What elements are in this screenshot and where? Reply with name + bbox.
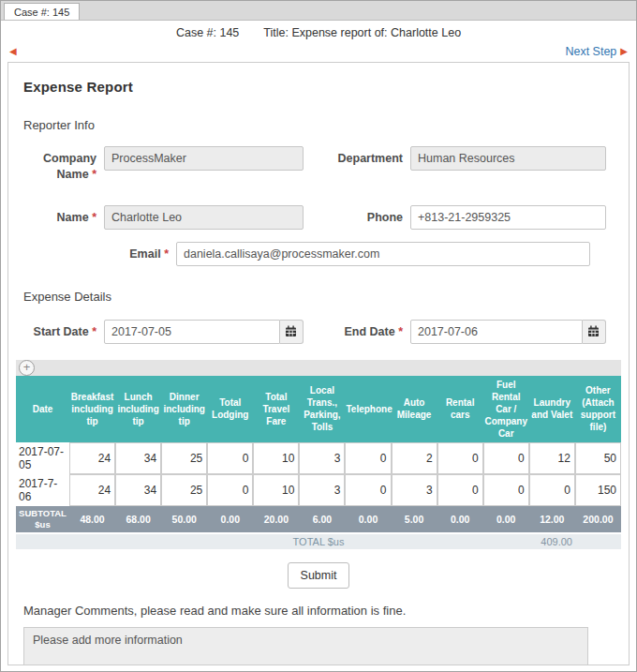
subtotal-value: 50.00	[161, 506, 207, 532]
form-title: Expense Report	[23, 79, 614, 95]
subtotal-value: 0.00	[437, 506, 483, 532]
grid-column-header: Rental cars	[437, 376, 483, 442]
grid-value-cell[interactable]: 24	[69, 474, 115, 506]
start-date-group	[104, 320, 304, 344]
expense-grid: + DateBreakfast including tipLunch inclu…	[16, 360, 621, 549]
total-label: TOTAL $us	[293, 536, 345, 547]
required-marker: *	[92, 211, 96, 224]
grid-value-cell[interactable]: 24	[69, 442, 115, 474]
next-step-link[interactable]: Next Step ▶	[565, 45, 628, 58]
name-field	[104, 205, 304, 230]
subtotal-value: 48.00	[69, 506, 115, 532]
grid-value-cell[interactable]: 12	[529, 442, 575, 474]
grid-column-header: Other (Attach support file)	[575, 376, 621, 442]
next-step-icon: ▶	[620, 47, 628, 56]
grid-value-cell[interactable]: 2	[392, 442, 437, 474]
submit-button[interactable]: Submit	[288, 562, 350, 589]
grid-value-cell[interactable]: 0	[483, 474, 529, 506]
grid-column-header: Fuel Rental Car / Company Car	[483, 376, 529, 442]
email-field[interactable]	[176, 242, 590, 266]
grid-column-header: Telephone	[345, 376, 391, 442]
end-date-calendar-button[interactable]	[583, 320, 606, 344]
required-marker: *	[164, 247, 169, 261]
grid-row: 2017-7-06243425010303000150	[16, 474, 621, 506]
grid-value-cell[interactable]: 3	[299, 442, 345, 474]
subtotal-value: 6.00	[299, 506, 345, 532]
total-value: 409.00	[541, 536, 572, 547]
expense-details-section-label: Expense Details	[23, 290, 614, 304]
grid-header-row: DateBreakfast including tipLunch includi…	[16, 376, 621, 442]
grid-value-cell[interactable]: 50	[575, 442, 621, 474]
company-name-field	[104, 146, 304, 171]
comments-area: Please add more information	[23, 627, 588, 666]
submit-row: Submit	[8, 562, 629, 589]
grid-column-header: Laundry and Valet	[529, 376, 575, 442]
grid-value-cell[interactable]: 34	[115, 474, 161, 506]
grid-column-header: Total Lodging	[207, 376, 253, 442]
form-row: Start Date * End Date *	[23, 320, 614, 344]
grid-value-cell[interactable]: 34	[115, 442, 161, 474]
subtotal-label: SUBTOTAL $us	[16, 506, 69, 532]
grid-value-cell[interactable]: 150	[575, 474, 621, 506]
grid-value-cell[interactable]: 0	[437, 474, 483, 506]
grid-column-header: Breakfast including tip	[69, 376, 115, 442]
grid-column-header: Total Travel Fare	[253, 376, 299, 442]
calendar-icon	[285, 325, 297, 337]
grid-value-cell[interactable]: 0	[437, 442, 483, 474]
subtotal-value: 0.00	[483, 506, 529, 532]
grid-row: 2017-07-05243425010302001250	[16, 442, 621, 474]
previous-step-icon[interactable]: ◀	[9, 47, 17, 56]
tab-strip: Case #: 145	[1, 1, 636, 21]
grid-value-cell[interactable]: 0	[529, 474, 575, 506]
add-row-button[interactable]: +	[19, 360, 35, 376]
subtotal-value: 12.00	[529, 506, 575, 532]
grid-value-cell[interactable]: 10	[253, 474, 299, 506]
grid-value-cell[interactable]: 0	[345, 474, 391, 506]
expense-form-panel: Expense Report Reporter Info Company Nam…	[7, 62, 630, 665]
grid-column-header: Dinner including tip	[161, 376, 207, 442]
phone-field[interactable]	[410, 205, 606, 230]
grid-subtotal-row: SUBTOTAL $us48.0068.0050.000.0020.006.00…	[16, 506, 621, 532]
case-tab[interactable]: Case #: 145	[4, 3, 80, 20]
grid-value-cell[interactable]: 3	[392, 474, 437, 506]
end-date-group	[410, 320, 606, 344]
department-field	[410, 146, 606, 171]
grid-value-cell[interactable]: 0	[345, 442, 391, 474]
end-date-field[interactable]	[410, 320, 583, 344]
start-date-calendar-button[interactable]	[280, 320, 304, 344]
form-row: Email *	[23, 242, 614, 266]
start-date-field[interactable]	[104, 320, 280, 344]
reporter-info-section-label: Reporter Info	[23, 118, 614, 132]
subtotal-value: 0.00	[207, 506, 253, 532]
case-number-label: Case #: 145	[176, 26, 239, 39]
required-marker: *	[398, 325, 403, 338]
grid-value-cell[interactable]: 25	[161, 442, 207, 474]
subtotal-value: 5.00	[392, 506, 437, 532]
case-title-bar: Case #: 145 Title: Expense report of: Ch…	[1, 26, 636, 39]
grid-value-cell[interactable]: 25	[161, 474, 207, 506]
subtotal-value: 20.00	[253, 506, 299, 532]
grid-column-header: Auto Mileage	[392, 376, 437, 442]
grid-toolbar: +	[16, 360, 621, 376]
form-row: Company Name * Department	[23, 146, 614, 183]
subtotal-value: 68.00	[115, 506, 161, 532]
end-date-label: End Date *	[304, 320, 410, 340]
required-marker: *	[92, 168, 96, 181]
grid-date-cell[interactable]: 2017-7-06	[16, 474, 69, 506]
manager-comments-textarea: Please add more information	[23, 627, 588, 666]
grid-value-cell[interactable]: 10	[253, 442, 299, 474]
grid-column-header: Local Trans., Parking, Tolls	[299, 376, 345, 442]
calendar-icon	[587, 325, 600, 337]
grid-date-cell[interactable]: 2017-07-05	[16, 442, 69, 474]
case-window: Case #: 145 Case #: 145 Title: Expense r…	[0, 0, 637, 672]
next-step-label: Next Step	[565, 45, 616, 58]
grid-value-cell[interactable]: 0	[207, 442, 253, 474]
grid-value-cell[interactable]: 3	[299, 474, 345, 506]
email-label: Email *	[23, 242, 176, 262]
grid-value-cell[interactable]: 0	[483, 442, 529, 474]
grid-value-cell[interactable]: 0	[207, 474, 253, 506]
form-row: Name * Phone	[23, 205, 614, 230]
grid-body: 2017-07-052434250103020012502017-7-06243…	[16, 442, 621, 506]
company-name-label: Company Name *	[23, 146, 104, 183]
department-label: Department	[304, 146, 410, 167]
